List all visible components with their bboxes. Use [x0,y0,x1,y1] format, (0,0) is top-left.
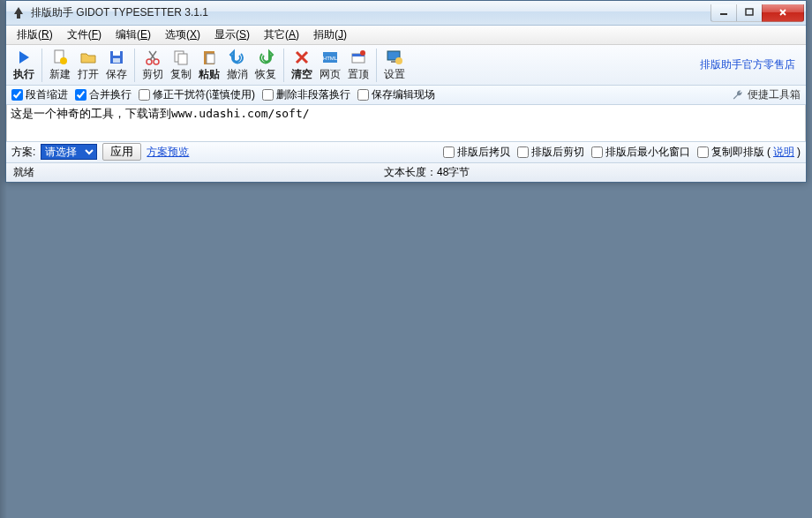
play-icon [15,49,33,66]
after-min-checkbox[interactable]: 排版后最小化窗口 [591,145,690,160]
toolbar: 执行 新建 打开 保存 剪切 [6,45,806,86]
svg-point-4 [60,57,67,64]
copy-button[interactable]: 复制 [167,47,195,84]
svg-rect-13 [207,54,214,64]
status-ready: 就绪 [13,165,384,180]
settings-button[interactable]: 设置 [380,47,409,84]
redo-icon [257,49,274,66]
menu-s[interactable]: 显示(S) [209,26,255,44]
cut-button[interactable]: 剪切 [139,47,167,84]
apply-button[interactable]: 应用 [102,143,141,161]
svg-point-9 [154,59,159,64]
save-button[interactable]: 保存 [102,47,131,84]
toolbox-link[interactable]: 便捷工具箱 [732,87,801,102]
savescene-checkbox[interactable]: 保存编辑现场 [357,87,435,102]
statusbar: 就绪 文本长度：48字节 [6,162,806,182]
menu-f[interactable]: 文件(F) [62,26,107,44]
window-title: 排版助手 GIDOT TYPESETTER 3.1.1 [31,5,711,20]
copy-typeset-checkbox[interactable]: 复制即排版(说明) [697,145,801,160]
svg-point-8 [147,59,152,64]
preview-link[interactable]: 方案预览 [147,145,189,160]
menu-j[interactable]: 捐助(J) [308,26,352,44]
folder-open-icon [79,49,97,66]
pin-icon [350,49,367,66]
top-button[interactable]: 置顶 [344,47,372,84]
file-new-icon [51,49,69,66]
svg-point-21 [395,57,402,64]
minimize-button[interactable] [710,4,737,22]
open-button[interactable]: 打开 [74,47,102,84]
after-copy-checkbox[interactable]: 排版后拷贝 [443,145,510,160]
svg-rect-7 [113,58,120,63]
options-row: 段首缩进 合并换行 修正干扰符(谨慎使用) 删除非段落换行 保存编辑现场 便捷工… [6,86,806,105]
window-controls [711,4,804,22]
clear-button[interactable]: 清空 [288,47,316,84]
svg-rect-6 [113,51,120,56]
svg-rect-1 [720,13,727,15]
indent-checkbox[interactable]: 段首缩进 [11,87,68,102]
undo-button[interactable]: 撤消 [223,47,252,84]
maximize-button[interactable] [736,4,763,22]
menubar: 排版(R)文件(F)编辑(E)选项(X)显示(S)其它(A)捐助(J) [6,26,806,45]
svg-rect-0 [17,14,20,19]
html-icon: HTML [321,49,339,66]
scheme-label: 方案: [11,145,35,160]
menu-r[interactable]: 排版(R) [11,26,58,44]
wrench-icon [732,89,744,101]
clear-icon [293,49,311,66]
titlebar: 排版助手 GIDOT TYPESETTER 3.1.1 [6,1,806,26]
copy-icon [172,49,190,66]
svg-rect-2 [746,9,753,15]
close-button[interactable] [762,4,804,22]
monitor-gear-icon [386,49,403,66]
svg-text:HTML: HTML [323,56,338,61]
after-cut-checkbox[interactable]: 排版后剪切 [517,145,584,160]
paste-button[interactable]: 粘贴 [195,47,223,84]
explain-link[interactable]: 说明 [773,145,794,160]
app-window: 排版助手 GIDOT TYPESETTER 3.1.1 排版(R)文件(F)编辑… [5,0,807,183]
cut-icon [144,49,162,66]
status-length: 文本长度：48字节 [384,165,799,180]
save-icon [108,49,125,66]
new-button[interactable]: 新建 [46,47,74,84]
redo-button[interactable]: 恢复 [252,47,280,84]
menu-x[interactable]: 选项(X) [160,26,206,44]
scheme-select[interactable]: 请选择 [41,144,97,160]
web-button[interactable]: HTML 网页 [316,47,344,84]
paste-icon [200,49,218,66]
undo-icon [229,49,246,66]
app-icon [11,6,26,20]
menu-e[interactable]: 编辑(E) [110,26,156,44]
editor-area [6,105,806,141]
bottom-row: 方案: 请选择 应用 方案预览 排版后拷贝 排版后剪切 排版后最小化窗口 复制即… [6,141,806,162]
store-link[interactable]: 排版助手官方零售店 [700,57,802,72]
svg-point-18 [360,50,365,56]
svg-rect-11 [178,54,187,64]
fix-checkbox[interactable]: 修正干扰符(谨慎使用) [139,87,255,102]
run-button[interactable]: 执行 [10,47,38,84]
menu-a[interactable]: 其它(A) [259,26,304,44]
main-editor[interactable] [7,105,805,139]
delete-checkbox[interactable]: 删除非段落换行 [262,87,350,102]
merge-checkbox[interactable]: 合并换行 [75,87,132,102]
